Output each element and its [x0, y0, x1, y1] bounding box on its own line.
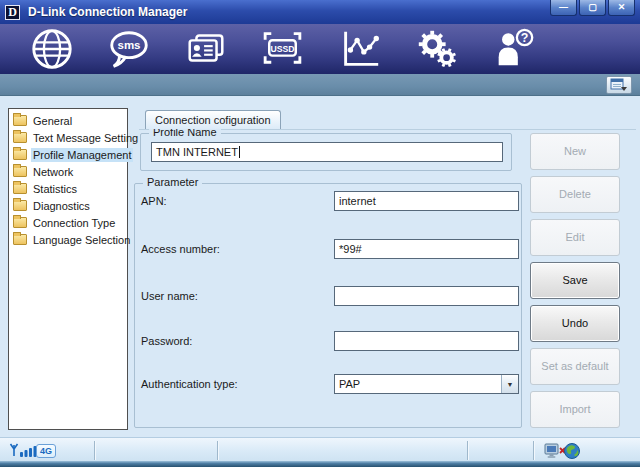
sidebar-item-label: General [31, 114, 74, 128]
window-bottom-edge [0, 461, 640, 467]
folder-icon [13, 183, 27, 194]
undo-button[interactable]: Undo [530, 305, 620, 342]
help-button[interactable]: ? [489, 26, 538, 72]
maximize-button[interactable]: ▢ [579, 0, 606, 16]
window-controls: — ▢ ✕ [550, 0, 635, 16]
delete-button: Delete [530, 176, 620, 213]
network-type-badge: 4G [36, 444, 56, 458]
minimize-button[interactable]: — [550, 0, 577, 16]
parameter-group: Parameter APN: internet Access number: *… [134, 183, 522, 428]
apn-field[interactable]: internet [334, 191, 519, 211]
parameter-label: Parameter [143, 176, 202, 188]
text-caret [239, 146, 240, 158]
tab-connection-configuration[interactable]: Connection cofiguration [145, 110, 281, 129]
new-button: New [530, 133, 620, 170]
navigation-list: General Text Message Setting Profile Man… [8, 108, 128, 430]
sidebar-item-statistics[interactable]: Statistics [9, 180, 127, 197]
sidebar-item-label: Language Selection [31, 233, 132, 247]
folder-icon [13, 234, 27, 245]
sidebar-item-connection-type[interactable]: Connection Type [9, 214, 127, 231]
ussd-button[interactable]: USSD [258, 26, 307, 72]
line-chart-icon [337, 26, 383, 72]
compact-view-button[interactable] [606, 76, 632, 94]
access-number-field[interactable]: *99# [334, 239, 519, 259]
profile-name-value: TMN INTERNET [156, 146, 238, 158]
user-help-icon: ? [491, 26, 537, 72]
settings-button[interactable] [412, 26, 461, 72]
signal-strength-icon [9, 442, 37, 461]
statusbar-separator [467, 441, 468, 460]
ussd-icon: USSD [258, 26, 307, 72]
sidebar-item-label: Text Message Setting [31, 131, 140, 145]
save-button[interactable]: Save [530, 262, 620, 299]
apn-value: internet [339, 195, 376, 207]
sidebar-item-profile-management[interactable]: Profile Management [9, 146, 127, 163]
sidebar-item-general[interactable]: General [9, 112, 127, 129]
statusbar-separator [533, 441, 534, 460]
user-name-label: User name: [141, 286, 198, 306]
sidebar-item-label: Network [31, 165, 75, 179]
main-toolbar: sms USSD [0, 24, 640, 74]
contact-card-icon [183, 26, 229, 72]
globe-icon [29, 26, 75, 72]
sms-bubble-icon: sms [106, 26, 152, 72]
sidebar-item-label: Connection Type [31, 216, 117, 230]
svg-text:USSD: USSD [270, 44, 294, 54]
authentication-type-value: PAP [335, 375, 501, 393]
sidebar-item-diagnostics[interactable]: Diagnostics [9, 197, 127, 214]
chevron-down-icon[interactable]: ▼ [501, 375, 518, 393]
dlink-logo-icon: D [5, 5, 20, 20]
folder-icon [13, 166, 27, 177]
svg-text:?: ? [520, 31, 528, 45]
internet-button[interactable] [27, 26, 76, 72]
sidebar-item-label: Statistics [31, 182, 79, 196]
title-bar[interactable]: D D-Link Connection Manager — ▢ ✕ [0, 0, 640, 24]
gears-icon [414, 26, 460, 72]
folder-icon [13, 217, 27, 228]
content-area: General Text Message Setting Profile Man… [0, 96, 640, 437]
connection-status-icon [543, 441, 581, 463]
compact-view-icon [610, 78, 628, 92]
password-label: Password: [141, 331, 192, 351]
contacts-button[interactable] [181, 26, 230, 72]
sidebar-item-label: Diagnostics [31, 199, 92, 213]
password-field[interactable] [334, 331, 519, 351]
authentication-type-label: Authentication type: [141, 374, 238, 394]
sidebar-item-label: Profile Management [31, 148, 133, 162]
status-bar: 4G [0, 437, 640, 462]
app-window: D D-Link Connection Manager — ▢ ✕ [0, 0, 640, 467]
statusbar-separator [217, 441, 218, 460]
user-name-field[interactable] [334, 286, 519, 306]
access-number-label: Access number: [141, 239, 220, 259]
edit-button: Edit [530, 219, 620, 256]
sidebar-item-language-selection[interactable]: Language Selection [9, 231, 127, 248]
svg-text:sms: sms [117, 39, 140, 51]
folder-icon [13, 149, 27, 160]
import-button: Import [530, 391, 620, 428]
profile-name-group: Profile Name TMN INTERNET [140, 133, 512, 171]
sms-button[interactable]: sms [104, 26, 153, 72]
window-title: D-Link Connection Manager [28, 5, 187, 19]
authentication-type-select[interactable]: PAP ▼ [334, 374, 519, 394]
statusbar-separator [94, 441, 95, 460]
set-as-default-button: Set as default [530, 348, 620, 385]
folder-icon [13, 132, 27, 143]
access-number-value: *99# [339, 243, 362, 255]
sidebar-item-text-message-setting[interactable]: Text Message Setting [9, 129, 127, 146]
folder-icon [13, 200, 27, 211]
profile-name-field[interactable]: TMN INTERNET [151, 142, 503, 162]
folder-icon [13, 115, 27, 126]
statistics-button[interactable] [335, 26, 384, 72]
close-button[interactable]: ✕ [608, 0, 635, 16]
apn-label: APN: [141, 191, 167, 211]
sub-toolbar-strip [0, 74, 640, 96]
sidebar-item-network[interactable]: Network [9, 163, 127, 180]
